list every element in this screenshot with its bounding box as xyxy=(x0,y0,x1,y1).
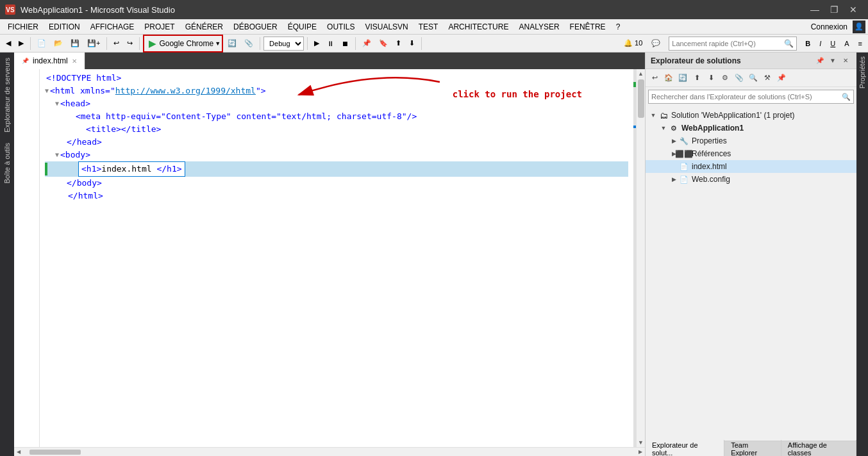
hscroll-thumb[interactable] xyxy=(29,450,81,455)
open-button[interactable]: 📂 xyxy=(51,37,66,51)
minimize-button[interactable]: — xyxy=(805,0,824,19)
tb-btn-1[interactable]: ▶ xyxy=(311,37,322,51)
menu-visualsvn[interactable]: VISUALSVN xyxy=(360,21,413,33)
bold-button[interactable]: B xyxy=(802,37,814,51)
code-content[interactable]: <!DOCTYPE html> ▼ <html xmlns="http://ww… xyxy=(40,69,633,447)
debug-select[interactable]: Debug xyxy=(263,37,304,51)
se-btn-6[interactable]: ⚙ xyxy=(719,72,731,85)
menu-generer[interactable]: GÉNÉRER xyxy=(180,21,228,33)
quick-launch-box[interactable]: 🔍 xyxy=(669,37,797,51)
back-button[interactable]: ◀ xyxy=(3,37,14,51)
fold-icon-3[interactable]: ▼ xyxy=(55,97,59,110)
font-size-button[interactable]: A xyxy=(841,37,852,51)
menu-fenetre[interactable]: FENÊTRE xyxy=(565,21,611,33)
se-btn-9[interactable]: ⚒ xyxy=(761,72,774,85)
solution-toggle[interactable]: ▼ xyxy=(648,110,658,120)
highlighted-code: <h1>index.html </h1> xyxy=(78,161,185,177)
menu-analyser[interactable]: ANALYSER xyxy=(513,21,564,33)
undo-button[interactable]: ↩ xyxy=(110,37,122,51)
webconfig-toggle[interactable]: ▶ xyxy=(669,174,679,184)
tree-indexhtml[interactable]: 📄 index.html xyxy=(646,160,856,173)
se-btn-2[interactable]: 🏠 xyxy=(662,72,675,85)
tree-properties[interactable]: ▶ 🔧 Properties xyxy=(646,134,856,147)
close-button[interactable]: ✕ xyxy=(844,0,863,19)
menu-projet[interactable]: PROJET xyxy=(139,21,179,33)
run-button-label[interactable]: Google Chrome xyxy=(159,39,213,48)
scroll-down-btn[interactable]: ▼ xyxy=(637,438,645,447)
redo-button[interactable]: ↪ xyxy=(124,37,136,51)
attach-button[interactable]: 📎 xyxy=(241,37,256,51)
menu-test[interactable]: TEST xyxy=(413,21,444,33)
vertical-scrollbar[interactable]: ▲ ▼ xyxy=(636,69,645,447)
scroll-thumb[interactable] xyxy=(638,79,644,118)
properties-tab[interactable]: Propriétés xyxy=(857,53,867,92)
sidebar-tab-toolbox[interactable]: Boîte à outils xyxy=(2,138,12,189)
more-button[interactable]: ≡ xyxy=(855,37,865,51)
project-label: WebApplication1 xyxy=(681,124,744,133)
tab-close-icon[interactable]: ✕ xyxy=(72,58,77,65)
properties-toggle[interactable]: ▶ xyxy=(669,136,679,146)
menu-architecture[interactable]: ARCHITECTURE xyxy=(443,21,513,33)
hscroll-track[interactable] xyxy=(23,449,636,455)
run-play-icon[interactable]: ▶ xyxy=(146,37,159,51)
run-dropdown-icon[interactable]: ▼ xyxy=(215,40,221,47)
se-btn-7[interactable]: 📎 xyxy=(733,72,746,85)
underline-button[interactable]: U xyxy=(827,37,839,51)
tree-references[interactable]: ▶ ⬛⬛ Références xyxy=(646,147,856,160)
menu-affichage[interactable]: AFFICHAGE xyxy=(85,21,140,33)
menu-outils[interactable]: OUTILS xyxy=(322,21,360,33)
menu-help[interactable]: ? xyxy=(611,21,626,33)
toolbar-right: 🔔 10 💬 🔍 B I U A ≡ xyxy=(621,34,865,53)
feedback-icon[interactable]: 💬 xyxy=(648,37,664,51)
se-btn-pin[interactable]: 📌 xyxy=(775,72,788,85)
save-all-button[interactable]: 💾+ xyxy=(84,37,103,51)
menu-edition[interactable]: EDITION xyxy=(44,21,85,33)
sidebar-tab-server-explorer[interactable]: Explorateur de serveurs xyxy=(2,53,12,138)
se-btn-5[interactable]: ⬇ xyxy=(705,72,717,85)
panel-dropdown-btn[interactable]: ▼ xyxy=(827,55,839,67)
menu-equipe[interactable]: ÉQUIPE xyxy=(283,21,322,33)
tb-btn-5[interactable]: 🔖 xyxy=(376,37,391,51)
fold-icon-7[interactable]: ▼ xyxy=(55,149,59,161)
forward-button[interactable]: ▶ xyxy=(15,37,27,51)
notification-icon[interactable]: 🔔 10 xyxy=(621,37,646,51)
hscroll-right-btn[interactable]: ▶ xyxy=(636,448,645,457)
webconfig-label: Web.config xyxy=(692,175,730,184)
se-search-input[interactable] xyxy=(651,93,842,101)
user-icon[interactable]: 👤 xyxy=(853,20,865,33)
editor-tab-indexhtml[interactable]: 📌 index.html ✕ xyxy=(14,53,85,69)
tree-solution[interactable]: ▼ 🗂 Solution 'WebApplication1' (1 projet… xyxy=(646,109,856,122)
tab-class-view[interactable]: Affichage de classes xyxy=(781,440,856,457)
italic-button[interactable]: I xyxy=(816,37,824,51)
scroll-up-btn[interactable]: ▲ xyxy=(637,69,645,78)
save-button[interactable]: 💾 xyxy=(67,37,83,51)
se-btn-1[interactable]: ↩ xyxy=(648,72,661,85)
quick-launch-input[interactable] xyxy=(672,40,784,47)
panel-close-btn[interactable]: ✕ xyxy=(840,55,851,67)
tb-btn-6[interactable]: ⬆ xyxy=(392,37,405,51)
tree-webconfig[interactable]: ▶ 📄 Web.config xyxy=(646,173,856,186)
menu-deboger[interactable]: DÉBOGUER xyxy=(228,21,283,33)
refresh-button[interactable]: 🔄 xyxy=(224,37,240,51)
hscroll-left-btn[interactable]: ◀ xyxy=(14,448,23,457)
fold-icon-2[interactable]: ▼ xyxy=(45,85,49,97)
horizontal-scrollbar[interactable]: ◀ ▶ xyxy=(14,447,645,456)
solution-explorer-panel: Explorateur de solutions 📌 ▼ ✕ ↩ 🏠 🔄 ⬆ ⬇… xyxy=(645,53,856,456)
tb-btn-2[interactable]: ⏸ xyxy=(324,37,337,51)
se-btn-8[interactable]: 🔍 xyxy=(747,72,760,85)
restore-button[interactable]: ❐ xyxy=(824,0,844,19)
panel-pin-btn[interactable]: 📌 xyxy=(814,55,826,67)
tab-solution-explorer[interactable]: Explorateur de solut... xyxy=(646,440,724,457)
tab-team-explorer[interactable]: Team Explorer xyxy=(724,440,781,457)
tree-project[interactable]: ▼ ⚙ WebApplication1 xyxy=(646,122,856,134)
tb-btn-4[interactable]: 📌 xyxy=(359,37,374,51)
se-search-box[interactable]: 🔍 xyxy=(648,90,854,104)
se-btn-3[interactable]: 🔄 xyxy=(676,72,689,85)
menu-fichier[interactable]: FICHIER xyxy=(3,21,44,33)
connect-button[interactable]: Connexion xyxy=(806,21,853,33)
tb-btn-7[interactable]: ⬇ xyxy=(406,37,418,51)
project-toggle[interactable]: ▼ xyxy=(658,123,669,133)
new-file-button[interactable]: 📄 xyxy=(34,37,49,51)
se-btn-4[interactable]: ⬆ xyxy=(690,72,703,85)
tb-btn-3[interactable]: ⏹ xyxy=(338,37,352,51)
